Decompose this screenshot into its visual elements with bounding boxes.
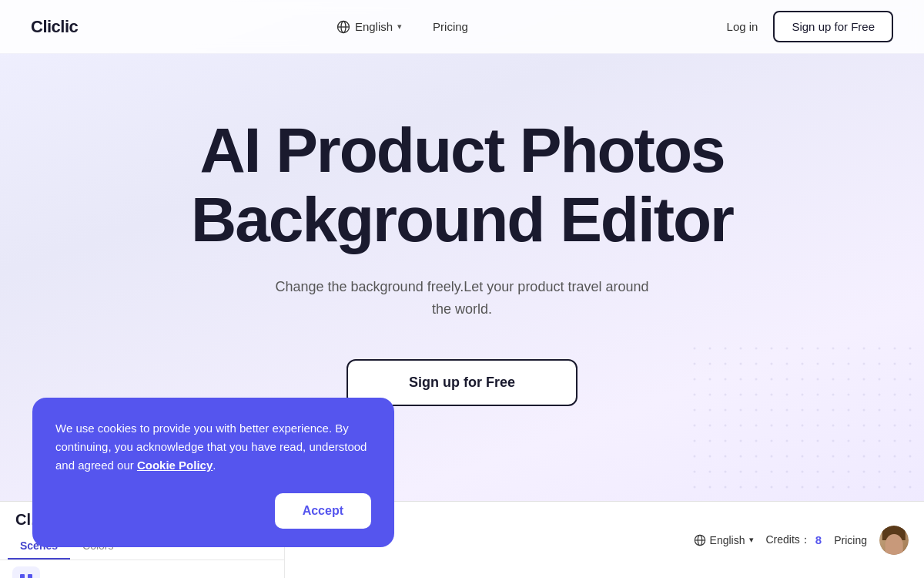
bottom-globe-icon	[694, 534, 706, 546]
avatar[interactable]	[879, 526, 909, 555]
bottom-chevron-icon: ▾	[749, 535, 754, 545]
bottom-language-label: English	[710, 534, 745, 546]
svg-rect-6	[28, 574, 32, 578]
signup-button[interactable]: Sign up for Free	[773, 11, 893, 42]
logo: Cliclic	[31, 17, 78, 37]
language-button[interactable]: English ▾	[336, 20, 402, 34]
hero-title: AI Product Photos Background Editor	[191, 116, 733, 254]
credits-value: 8	[815, 533, 822, 546]
credits-display: Credits： 8	[766, 533, 822, 547]
cookie-banner: We use cookies to provide you with bette…	[32, 398, 394, 547]
scenes-grid-icon[interactable]	[12, 566, 40, 578]
cookie-text: We use cookies to provide you with bette…	[55, 419, 371, 475]
svg-rect-4	[693, 347, 924, 501]
grid-icon	[18, 573, 34, 578]
avatar-face	[886, 534, 903, 555]
credits-label: Credits：	[766, 533, 811, 547]
svg-rect-5	[20, 574, 25, 578]
globe-icon	[336, 20, 350, 34]
navbar-right: Log in Sign up for Free	[727, 11, 893, 42]
login-button[interactable]: Log in	[727, 20, 758, 33]
hero-subtitle: Change the background freely.Let your pr…	[270, 276, 654, 321]
cookie-accept-button[interactable]: Accept	[275, 493, 371, 529]
bottom-pricing-button[interactable]: Pricing	[834, 534, 867, 546]
navbar: Cliclic English ▾ Pricing Log in Sign up…	[0, 0, 924, 54]
navbar-center: English ▾ Pricing	[336, 20, 468, 34]
chevron-down-icon: ▾	[397, 22, 402, 32]
cookie-policy-link[interactable]: Cookie Policy	[137, 459, 213, 472]
pricing-nav-button[interactable]: Pricing	[433, 20, 468, 33]
avatar-image	[879, 526, 909, 555]
language-label: English	[355, 20, 393, 33]
bottom-language-button[interactable]: English ▾	[694, 534, 754, 546]
bottom-icons-row	[0, 560, 284, 578]
decorative-grid	[693, 347, 924, 501]
